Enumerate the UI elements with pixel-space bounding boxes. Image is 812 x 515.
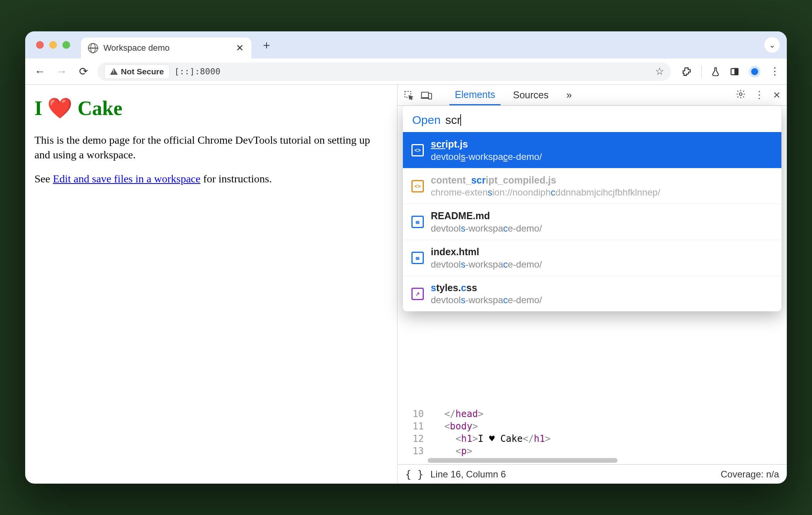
horizontal-scrollbar[interactable] bbox=[428, 458, 618, 463]
code-text: </head> bbox=[433, 409, 483, 419]
maximize-window-button[interactable] bbox=[62, 41, 70, 49]
workspace-docs-link[interactable]: Edit and save files in a workspace bbox=[53, 173, 200, 185]
pretty-print-button[interactable]: { } bbox=[405, 469, 423, 480]
result-filename: script.js bbox=[431, 138, 542, 151]
url-text: [::]:8000 bbox=[174, 67, 220, 76]
page-paragraph-1: This is the demo page for the official C… bbox=[34, 133, 388, 162]
quick-open-typed: scr bbox=[445, 113, 461, 127]
heading-prefix: I bbox=[34, 97, 47, 119]
result-path: devtools-workspace-demo/ bbox=[431, 294, 542, 306]
browser-toolbar: ← → ⟳ Not Secure [::]:8000 ☆ bbox=[25, 58, 787, 85]
line-number: 13 bbox=[404, 446, 424, 457]
result-path: devtools-workspace-demo/ bbox=[431, 258, 542, 270]
code-line: 12 <h1>I ♥ Cake</h1> bbox=[404, 433, 787, 445]
devtools-tabs: Elements Sources » ⋮ ✕ bbox=[397, 85, 787, 106]
device-toolbar-button[interactable] bbox=[421, 91, 432, 100]
new-tab-button[interactable]: ＋ bbox=[261, 37, 272, 53]
devtools-menu-button[interactable]: ⋮ bbox=[754, 89, 764, 101]
quick-open-results: <>script.jsdevtools-workspace-demo/<>con… bbox=[403, 132, 781, 311]
line-number: 12 bbox=[404, 433, 424, 444]
quick-open-dialog: Open scr <>script.jsdevtools-workspace-d… bbox=[403, 106, 781, 311]
css-file-icon: ↗ bbox=[411, 288, 424, 300]
reload-button[interactable]: ⟳ bbox=[76, 65, 91, 78]
heading-suffix: Cake bbox=[72, 97, 122, 119]
code-text: <p> bbox=[433, 446, 472, 457]
forward-button[interactable]: → bbox=[54, 65, 69, 78]
para2-before: See bbox=[34, 173, 53, 185]
svg-rect-1 bbox=[735, 69, 738, 75]
code-line: 10 </head> bbox=[404, 408, 787, 420]
content-split: I ❤️ Cake This is the demo page for the … bbox=[25, 85, 787, 484]
bookmark-button[interactable]: ☆ bbox=[655, 65, 664, 77]
devtools-panel: Elements Sources » ⋮ ✕ Open bbox=[397, 85, 787, 484]
extensions-button[interactable] bbox=[682, 67, 692, 77]
warning-icon bbox=[110, 68, 118, 75]
line-number: 10 bbox=[404, 409, 424, 419]
result-filename: content_script_compiled.js bbox=[431, 174, 660, 187]
rendered-page: I ❤️ Cake This is the demo page for the … bbox=[25, 85, 397, 484]
close-window-button[interactable] bbox=[36, 41, 44, 49]
tab-title: Workspace demo bbox=[103, 43, 170, 53]
result-filename: README.md bbox=[431, 209, 542, 222]
chrome-menu-button[interactable]: ⋮ bbox=[770, 65, 780, 77]
code-text: <body> bbox=[433, 421, 478, 432]
not-secure-label: Not Secure bbox=[121, 67, 164, 76]
code-line: 13 <p> bbox=[404, 445, 787, 457]
security-chip[interactable]: Not Secure bbox=[104, 64, 170, 79]
code-line: 11 <body> bbox=[404, 420, 787, 433]
devtools-settings-button[interactable] bbox=[736, 89, 746, 101]
heart-icon: ❤️ bbox=[47, 97, 72, 119]
labs-button[interactable] bbox=[711, 67, 720, 77]
js-file-icon: <> bbox=[411, 144, 424, 156]
tab-sources[interactable]: Sources bbox=[508, 85, 554, 105]
doc-file-icon: ≣ bbox=[411, 252, 424, 264]
quick-open-result[interactable]: ↗styles.cssdevtools-workspace-demo/ bbox=[403, 276, 781, 312]
code-lines: 10 </head>11 <body>12 <h1>I ♥ Cake</h1>1… bbox=[397, 408, 787, 457]
quick-open-result[interactable]: <>content_script_compiled.jschrome-exten… bbox=[403, 168, 781, 204]
tab-elements[interactable]: Elements bbox=[449, 85, 501, 105]
toolbar-right: ⋮ bbox=[677, 65, 780, 78]
cursor-position: Line 16, Column 6 bbox=[430, 469, 506, 480]
code-text: <h1>I ♥ Cake</h1> bbox=[433, 433, 551, 444]
back-button[interactable]: ← bbox=[32, 65, 48, 78]
devtools-statusbar: { } Line 16, Column 6 Coverage: n/a bbox=[397, 464, 787, 484]
svg-rect-3 bbox=[421, 92, 428, 98]
profile-button[interactable] bbox=[749, 66, 760, 77]
result-path: devtools-workspace-demo/ bbox=[431, 222, 542, 234]
close-tab-button[interactable]: ✕ bbox=[236, 43, 244, 53]
coverage-status: Coverage: n/a bbox=[721, 469, 779, 480]
page-heading: I ❤️ Cake bbox=[34, 95, 388, 122]
result-filename: index.html bbox=[431, 245, 542, 258]
separator bbox=[701, 65, 702, 78]
browser-tab[interactable]: Workspace demo ✕ bbox=[81, 38, 251, 58]
tab-strip: Workspace demo ✕ ＋ ⌄ bbox=[25, 31, 787, 58]
tab-search-button[interactable]: ⌄ bbox=[764, 37, 780, 53]
quick-open-label: Open bbox=[412, 113, 440, 127]
quick-open-result[interactable]: <>script.jsdevtools-workspace-demo/ bbox=[403, 132, 781, 168]
omnibox[interactable]: Not Secure [::]:8000 ☆ bbox=[97, 62, 671, 81]
devtools-close-button[interactable]: ✕ bbox=[773, 90, 781, 101]
doc-file-icon: ≣ bbox=[411, 216, 424, 228]
minimize-window-button[interactable] bbox=[49, 41, 57, 49]
quick-open-input[interactable]: Open scr bbox=[403, 106, 781, 132]
quick-open-result[interactable]: ≣index.htmldevtools-workspace-demo/ bbox=[403, 240, 781, 276]
browser-window: Workspace demo ✕ ＋ ⌄ ← → ⟳ Not Secure [:… bbox=[25, 31, 787, 484]
page-paragraph-2: See Edit and save files in a workspace f… bbox=[34, 172, 388, 186]
window-controls bbox=[36, 41, 70, 49]
inspect-element-button[interactable] bbox=[404, 90, 414, 100]
result-path: chrome-extension://noondiphcddnnabmjcihc… bbox=[431, 186, 660, 198]
result-filename: styles.css bbox=[431, 282, 542, 294]
quick-open-result[interactable]: ≣README.mddevtools-workspace-demo/ bbox=[403, 204, 781, 240]
svg-point-5 bbox=[740, 93, 742, 95]
js-file-icon: <> bbox=[411, 180, 424, 192]
result-path: devtools-workspace-demo/ bbox=[431, 151, 542, 163]
line-number: 11 bbox=[404, 421, 424, 432]
side-panel-button[interactable] bbox=[729, 67, 740, 76]
para2-after: for instructions. bbox=[200, 173, 272, 185]
globe-icon bbox=[88, 43, 98, 53]
tabs-overflow[interactable]: » bbox=[561, 85, 577, 105]
